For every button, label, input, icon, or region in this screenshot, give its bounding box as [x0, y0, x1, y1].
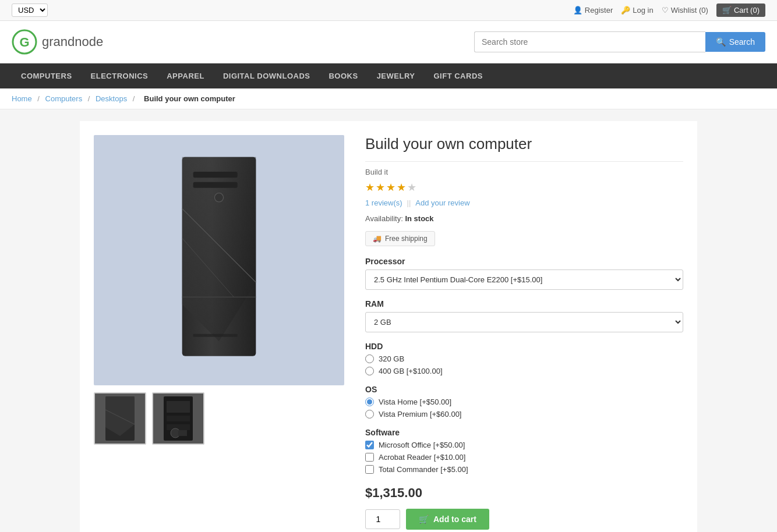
ram-select[interactable]: 2 GB 4 GB 8 GB: [365, 312, 683, 332]
software-check-acrobat[interactable]: [365, 453, 374, 462]
review-separator: ||: [407, 198, 411, 207]
review-links: 1 review(s) || Add your review: [365, 198, 683, 207]
software-check-msoffice[interactable]: [365, 441, 374, 449]
header: G grandnode 🔍 Search: [0, 21, 777, 63]
shipping-label: Free shipping: [385, 235, 428, 243]
logo-text: grandnode: [42, 34, 103, 49]
add-to-cart-button[interactable]: 🛒 Add to cart: [406, 509, 489, 530]
hdd-options: 320 GB 400 GB [+$100.00]: [365, 354, 683, 375]
nav-item-gift-cards[interactable]: GIFT CARDS: [425, 63, 492, 88]
star-2: ★: [376, 181, 385, 194]
software-label-msoffice: Microsoft Office [+$50.00]: [379, 441, 465, 449]
software-label: Software: [365, 428, 683, 437]
software-label-acrobat: Acrobat Reader [+$10.00]: [379, 453, 465, 462]
search-icon: 🔍: [716, 37, 726, 47]
breadcrumb-sep-3: /: [133, 94, 137, 103]
nav-item-jewelry[interactable]: JEWELRY: [368, 63, 425, 88]
svg-rect-7: [193, 182, 238, 188]
thumbnail-2[interactable]: [152, 392, 204, 445]
star-1: ★: [365, 181, 375, 194]
hdd-label-400: 400 GB [+$100.00]: [379, 367, 443, 375]
star-4: ★: [397, 181, 406, 194]
cart-section: 🛒 Add to cart: [365, 509, 683, 530]
top-bar-links: 👤 Register 🔑 Log in ♡ Wishlist (0) 🛒 Car…: [573, 3, 765, 17]
nav-item-apparel[interactable]: APPAREL: [157, 63, 214, 88]
wishlist-link[interactable]: ♡ Wishlist (0): [662, 6, 708, 15]
product-price: $1,315.00: [365, 485, 422, 500]
hdd-radio-320[interactable]: [365, 354, 374, 363]
thumb-image-1: [103, 395, 137, 442]
software-check-totalcmd[interactable]: [365, 465, 374, 474]
software-option-acrobat[interactable]: Acrobat Reader [+$10.00]: [365, 453, 683, 462]
os-radio-vista-premium[interactable]: [365, 410, 374, 418]
add-review-link[interactable]: Add your review: [415, 198, 469, 207]
currency-selector-area: USD EUR GBP: [12, 3, 48, 17]
hdd-label: HDD: [365, 342, 683, 351]
thumb-image-2: [161, 395, 196, 442]
breadcrumb: Home / Computers / Desktops / Build your…: [0, 88, 777, 109]
logo-link[interactable]: G grandnode: [12, 29, 103, 55]
os-label-vista-premium: Vista Premium [+$60.00]: [379, 410, 461, 418]
star-5: ★: [407, 181, 416, 194]
nav-item-electronics[interactable]: ELECTRONICS: [82, 63, 158, 88]
shipping-badge: 🚚 Free shipping: [365, 231, 435, 246]
star-rating: ★ ★ ★ ★ ★: [365, 181, 683, 194]
price-section: $1,315.00: [365, 485, 683, 501]
thumbnail-1[interactable]: [94, 392, 146, 445]
hdd-option-400[interactable]: 400 GB [+$100.00]: [365, 367, 683, 375]
register-link[interactable]: 👤 Register: [573, 6, 613, 15]
cart-icon-btn: 🛒: [419, 515, 429, 524]
breadcrumb-sep-2: /: [88, 94, 92, 103]
product-details: Build your own computer Build it ★ ★ ★ ★…: [365, 135, 683, 530]
nav-item-digital-downloads[interactable]: DIGITAL DOWNLOADS: [214, 63, 320, 88]
main-nav: COMPUTERS ELECTRONICS APPAREL DIGITAL DO…: [0, 63, 777, 88]
login-icon: 🔑: [621, 6, 630, 15]
breadcrumb-current: Build your own computer: [144, 94, 235, 103]
quantity-input[interactable]: [365, 509, 400, 529]
svg-rect-16: [167, 416, 190, 421]
nav-item-computers[interactable]: COMPUTERS: [12, 63, 82, 88]
processor-select[interactable]: 2.5 GHz Intel Pentium Dual-Core E2200 [+…: [365, 269, 683, 290]
breadcrumb-sep-1: /: [37, 94, 41, 103]
truck-icon: 🚚: [373, 235, 382, 243]
product-title: Build your own computer: [365, 135, 683, 162]
hdd-label-320: 320 GB: [379, 354, 404, 363]
software-options: Microsoft Office [+$50.00] Acrobat Reade…: [365, 441, 683, 474]
breadcrumb-computers[interactable]: Computers: [45, 94, 83, 103]
software-option-msoffice[interactable]: Microsoft Office [+$50.00]: [365, 441, 683, 449]
currency-select[interactable]: USD EUR GBP: [12, 3, 48, 17]
user-icon: 👤: [573, 6, 582, 15]
build-label: Build it: [365, 168, 683, 176]
content-wrapper: Build your own computer Build it ★ ★ ★ ★…: [68, 109, 709, 532]
star-3: ★: [386, 181, 395, 194]
product-images: [94, 135, 344, 530]
search-button[interactable]: 🔍 Search: [705, 32, 765, 52]
breadcrumb-desktops[interactable]: Desktops: [96, 94, 127, 103]
os-option-vista-premium[interactable]: Vista Premium [+$60.00]: [365, 410, 683, 418]
cart-link[interactable]: 🛒 Cart (0): [716, 3, 765, 17]
hdd-radio-400[interactable]: [365, 367, 374, 375]
svg-rect-6: [193, 172, 238, 178]
svg-rect-19: [178, 430, 187, 436]
availability: Availability: In stock: [365, 214, 683, 223]
ram-label: RAM: [365, 299, 683, 308]
hdd-option-320[interactable]: 320 GB: [365, 354, 683, 363]
breadcrumb-home[interactable]: Home: [12, 94, 32, 103]
availability-label: Availability:: [365, 214, 403, 223]
ram-section: RAM 2 GB 4 GB 8 GB: [365, 299, 683, 332]
os-radio-vista-home[interactable]: [365, 398, 374, 406]
product-image-svg: [143, 150, 295, 371]
software-option-totalcmd[interactable]: Total Commander [+$5.00]: [365, 465, 683, 474]
search-area: 🔍 Search: [474, 31, 765, 52]
os-label: OS: [365, 385, 683, 394]
top-bar: USD EUR GBP 👤 Register 🔑 Log in ♡ Wishli…: [0, 0, 777, 21]
svg-rect-15: [167, 401, 190, 413]
logo-icon: G: [12, 29, 37, 55]
os-option-vista-home[interactable]: Vista Home [+$50.00]: [365, 398, 683, 406]
reviews-count-link[interactable]: 1 review(s): [365, 198, 402, 207]
login-link[interactable]: 🔑 Log in: [621, 6, 653, 15]
svg-rect-10: [193, 334, 238, 337]
nav-item-books[interactable]: BOOKS: [319, 63, 367, 88]
search-input[interactable]: [474, 31, 705, 52]
svg-text:G: G: [19, 35, 29, 49]
